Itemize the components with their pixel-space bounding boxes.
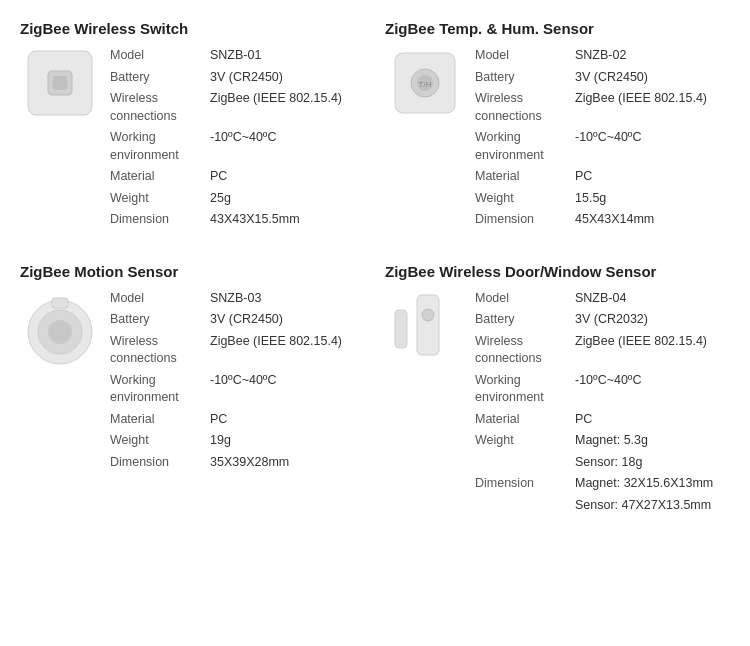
spec-value: ZigBee (IEEE 802.15.4) — [575, 333, 730, 368]
spec-value: ZigBee (IEEE 802.15.4) — [210, 333, 365, 368]
spec-row: Working environment -10ºC~40ºC — [110, 372, 365, 407]
svg-rect-10 — [52, 298, 68, 308]
product-temp-specs: Model SNZB-02 Battery 3V (CR2450) Wirele… — [475, 47, 730, 233]
spec-value: Sensor: 47X27X13.5mm — [575, 497, 730, 515]
spec-row: Weight 19g — [110, 432, 365, 450]
spec-row: Model SNZB-01 — [110, 47, 365, 65]
spec-label: Wireless connections — [110, 90, 210, 125]
spec-value: -10ºC~40ºC — [575, 372, 730, 407]
spec-row: Model SNZB-03 — [110, 290, 365, 308]
svg-rect-2 — [53, 76, 67, 90]
product-temp-title: ZigBee Temp. & Hum. Sensor — [385, 20, 730, 37]
spec-row: Dimension 45X43X14mm — [475, 211, 730, 229]
spec-row: Wireless connections ZigBee (IEEE 802.15… — [475, 333, 730, 368]
spec-label: Material — [110, 168, 210, 186]
spec-row: Sensor: 18g — [475, 454, 730, 472]
product-motion: ZigBee Motion Sensor Model SNZB-03 Batte… — [20, 263, 365, 519]
spec-label: Wireless connections — [110, 333, 210, 368]
spec-row: Dimension Magnet: 32X15.6X13mm — [475, 475, 730, 493]
spec-value: 3V (CR2032) — [575, 311, 730, 329]
spec-label — [475, 497, 575, 515]
spec-value: Sensor: 18g — [575, 454, 730, 472]
spec-value: 15.5g — [575, 190, 730, 208]
spec-row: Working environment -10ºC~40ºC — [475, 372, 730, 407]
spec-label: Material — [110, 411, 210, 429]
product-motion-body: Model SNZB-03 Battery 3V (CR2450) Wirele… — [20, 290, 365, 476]
spec-row: Wireless connections ZigBee (IEEE 802.15… — [110, 333, 365, 368]
product-switch-body: Model SNZB-01 Battery 3V (CR2450) Wirele… — [20, 47, 365, 233]
spec-row: Material PC — [475, 168, 730, 186]
product-temp: ZigBee Temp. & Hum. Sensor T/H Model SNZ… — [385, 20, 730, 233]
spec-label: Battery — [475, 69, 575, 87]
spec-value: 3V (CR2450) — [210, 311, 365, 329]
spec-row: Weight Magnet: 5.3g — [475, 432, 730, 450]
spec-label: Dimension — [475, 475, 575, 493]
spec-value: SNZB-03 — [210, 290, 365, 308]
spec-value: -10ºC~40ºC — [210, 129, 365, 164]
spec-value: 25g — [210, 190, 365, 208]
spec-value: ZigBee (IEEE 802.15.4) — [575, 90, 730, 125]
spec-row: Sensor: 47X27X13.5mm — [475, 497, 730, 515]
spec-label: Model — [475, 47, 575, 65]
spec-row: Wireless connections ZigBee (IEEE 802.15… — [110, 90, 365, 125]
product-motion-specs: Model SNZB-03 Battery 3V (CR2450) Wirele… — [110, 290, 365, 476]
spec-label: Dimension — [110, 454, 210, 472]
spec-label: Working environment — [110, 372, 210, 407]
spec-row: Working environment -10ºC~40ºC — [475, 129, 730, 164]
spec-label: Battery — [475, 311, 575, 329]
spec-row: Weight 15.5g — [475, 190, 730, 208]
svg-text:T/H: T/H — [419, 80, 432, 89]
spec-label: Wireless connections — [475, 333, 575, 368]
spec-label: Material — [475, 411, 575, 429]
products-grid: ZigBee Wireless Switch Model SNZB-01 Bat… — [20, 20, 730, 518]
spec-label: Working environment — [475, 129, 575, 164]
spec-label: Working environment — [475, 372, 575, 407]
spec-label: Dimension — [475, 211, 575, 229]
spec-value: -10ºC~40ºC — [575, 129, 730, 164]
spec-value: 35X39X28mm — [210, 454, 365, 472]
spec-label: Working environment — [110, 129, 210, 164]
product-door-specs: Model SNZB-04 Battery 3V (CR2032) Wirele… — [475, 290, 730, 519]
product-temp-body: T/H Model SNZB-02 Battery 3V (CR2450) Wi… — [385, 47, 730, 233]
spec-row: Model SNZB-04 — [475, 290, 730, 308]
svg-point-12 — [422, 309, 434, 321]
spec-row: Model SNZB-02 — [475, 47, 730, 65]
spec-value: SNZB-01 — [210, 47, 365, 65]
spec-row: Working environment -10ºC~40ºC — [110, 129, 365, 164]
svg-rect-13 — [395, 310, 407, 348]
spec-value: SNZB-04 — [575, 290, 730, 308]
spec-row: Dimension 35X39X28mm — [110, 454, 365, 472]
spec-row: Battery 3V (CR2032) — [475, 311, 730, 329]
product-temp-image: T/H — [385, 47, 465, 119]
spec-row: Weight 25g — [110, 190, 365, 208]
spec-value: PC — [575, 168, 730, 186]
spec-value: 3V (CR2450) — [210, 69, 365, 87]
spec-label — [475, 454, 575, 472]
spec-label: Wireless connections — [475, 90, 575, 125]
spec-row: Wireless connections ZigBee (IEEE 802.15… — [475, 90, 730, 125]
svg-rect-11 — [417, 295, 439, 355]
product-door-title: ZigBee Wireless Door/Window Sensor — [385, 263, 730, 280]
spec-label: Dimension — [110, 211, 210, 229]
spec-label: Weight — [110, 190, 210, 208]
spec-label: Weight — [475, 190, 575, 208]
svg-point-9 — [48, 320, 72, 344]
spec-row: Battery 3V (CR2450) — [475, 69, 730, 87]
spec-row: Material PC — [110, 168, 365, 186]
spec-row: Material PC — [475, 411, 730, 429]
product-motion-title: ZigBee Motion Sensor — [20, 263, 365, 280]
spec-value: 19g — [210, 432, 365, 450]
spec-value: Magnet: 32X15.6X13mm — [575, 475, 730, 493]
spec-label: Model — [110, 290, 210, 308]
product-switch-title: ZigBee Wireless Switch — [20, 20, 365, 37]
product-door-body: Model SNZB-04 Battery 3V (CR2032) Wirele… — [385, 290, 730, 519]
spec-value: ZigBee (IEEE 802.15.4) — [210, 90, 365, 125]
spec-label: Model — [110, 47, 210, 65]
spec-label: Model — [475, 290, 575, 308]
spec-label: Battery — [110, 69, 210, 87]
spec-row: Material PC — [110, 411, 365, 429]
spec-row: Battery 3V (CR2450) — [110, 69, 365, 87]
product-switch-image — [20, 47, 100, 119]
spec-value: 45X43X14mm — [575, 211, 730, 229]
product-switch: ZigBee Wireless Switch Model SNZB-01 Bat… — [20, 20, 365, 233]
